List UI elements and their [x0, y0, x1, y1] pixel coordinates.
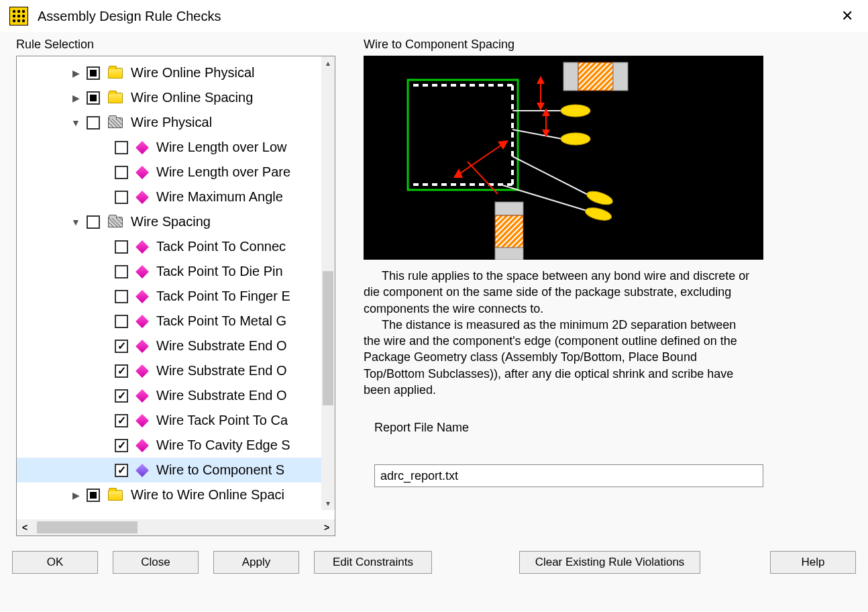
tree-row[interactable]: ▼Wire Spacing — [17, 209, 335, 234]
tree-row[interactable]: Wire Length over Low — [17, 135, 335, 160]
checkbox[interactable] — [87, 116, 100, 130]
tree-item-label: Wire Substrate End O — [156, 388, 287, 403]
svg-point-8 — [17, 19, 20, 22]
checkbox[interactable] — [115, 166, 128, 179]
svg-point-28 — [584, 205, 613, 222]
chevron-down-icon[interactable]: ▼ — [69, 217, 83, 227]
clear-violations-button[interactable]: Clear Existing Rule Violations — [519, 551, 700, 574]
tree-hscrollbar[interactable]: <> — [17, 519, 335, 536]
tree-row[interactable]: ▶Wire Online Spacing — [17, 85, 335, 110]
svg-line-22 — [512, 130, 562, 139]
rule-title: Wire to Component Spacing — [364, 38, 859, 52]
rule-tree: ▶Wire Online Physical▶Wire Online Spacin… — [16, 56, 335, 536]
help-button[interactable]: Help — [770, 551, 856, 574]
tree-row[interactable]: Wire Maximum Angle — [17, 185, 335, 209]
svg-marker-37 — [498, 140, 508, 150]
checkbox[interactable] — [115, 240, 128, 254]
svg-rect-16 — [578, 62, 613, 91]
checkbox[interactable] — [115, 191, 128, 204]
tree-item-label: Tack Point To Metal G — [156, 313, 286, 329]
chevron-right-icon[interactable]: ▶ — [69, 490, 83, 501]
edit-constraints-button[interactable]: Edit Constraints — [314, 551, 432, 574]
folder-open-icon — [108, 117, 123, 128]
checkbox[interactable] — [115, 364, 128, 378]
chevron-down-icon[interactable]: ▼ — [69, 117, 83, 128]
svg-point-6 — [22, 15, 25, 17]
svg-point-4 — [13, 15, 15, 17]
svg-point-1 — [13, 10, 15, 13]
rule-diamond-icon — [135, 364, 149, 378]
checkbox[interactable] — [87, 66, 100, 80]
rule-diagram — [364, 56, 763, 260]
svg-point-5 — [17, 15, 20, 17]
tree-item-label: Wire Spacing — [131, 214, 211, 230]
tree-item-label: Tack Point To Finger E — [156, 289, 290, 304]
rule-diamond-icon — [135, 414, 149, 427]
rule-diamond-icon — [135, 166, 149, 179]
checkbox[interactable] — [115, 414, 128, 427]
rule-diamond-icon — [135, 141, 149, 154]
rule-diamond-icon — [135, 464, 149, 477]
chevron-right-icon[interactable]: ▶ — [69, 93, 83, 103]
tree-row[interactable]: Wire to Component S — [17, 458, 335, 482]
tree-row[interactable]: Tack Point To Connec — [17, 234, 335, 259]
checkbox[interactable] — [115, 290, 128, 303]
tree-row[interactable]: ▶Wire Online Physical — [17, 60, 335, 85]
folder-closed-icon — [108, 68, 123, 79]
folder-closed-icon — [108, 93, 123, 103]
checkbox[interactable] — [87, 489, 100, 502]
svg-rect-17 — [613, 62, 628, 91]
svg-rect-19 — [495, 215, 523, 248]
rule-diamond-icon — [135, 191, 149, 204]
tree-row[interactable]: Wire Substrate End O — [17, 334, 335, 358]
tree-vscrollbar[interactable]: ▴▾ — [321, 56, 335, 510]
svg-rect-15 — [563, 62, 578, 91]
folder-closed-icon — [108, 490, 123, 501]
checkbox[interactable] — [115, 141, 128, 154]
report-filename-input[interactable] — [374, 464, 763, 487]
svg-point-25 — [561, 105, 590, 117]
tree-row[interactable]: Wire Substrate End O — [17, 383, 335, 408]
tree-item-label: Wire Length over Pare — [156, 164, 290, 180]
svg-marker-30 — [537, 76, 545, 84]
checkbox[interactable] — [87, 215, 100, 229]
checkbox[interactable] — [87, 91, 100, 105]
tree-row[interactable]: ▼Wire Physical — [17, 110, 335, 135]
dialog-window: Assembly Design Rule Checks ✕ Rule Selec… — [0, 0, 868, 612]
report-filename-label: Report File Name — [374, 421, 859, 435]
tree-row[interactable]: Wire Substrate End O — [17, 358, 335, 383]
checkbox[interactable] — [115, 315, 128, 328]
tree-item-label: Wire Substrate End O — [156, 363, 287, 378]
tree-row[interactable]: Wire Tack Point To Ca — [17, 408, 335, 433]
tree-row[interactable]: ▶Wire to Wire Online Spaci — [17, 482, 335, 507]
tree-row[interactable]: Wire To Cavity Edge S — [17, 433, 335, 458]
close-icon[interactable]: ✕ — [836, 5, 859, 28]
rule-diamond-icon — [135, 340, 149, 353]
chevron-right-icon[interactable]: ▶ — [69, 68, 83, 79]
svg-point-26 — [561, 133, 590, 145]
svg-point-9 — [22, 19, 25, 22]
rule-diamond-icon — [135, 265, 149, 278]
titlebar: Assembly Design Rule Checks ✕ — [0, 0, 868, 32]
tree-row[interactable]: Tack Point To Metal G — [17, 309, 335, 334]
tree-item-label: Wire Maximum Angle — [156, 189, 283, 205]
tree-item-label: Wire Tack Point To Ca — [156, 413, 288, 428]
svg-marker-31 — [537, 103, 545, 111]
tree-row[interactable]: Tack Point To Die Pin — [17, 259, 335, 284]
ok-button[interactable]: OK — [12, 551, 98, 574]
window-title: Assembly Design Rule Checks — [38, 9, 836, 24]
rule-diamond-icon — [135, 315, 149, 328]
tree-item-label: Wire to Component S — [156, 462, 284, 478]
tree-item-label: Wire Online Physical — [131, 65, 255, 81]
checkbox[interactable] — [115, 265, 128, 278]
svg-rect-18 — [495, 202, 523, 215]
checkbox[interactable] — [115, 464, 128, 477]
checkbox[interactable] — [115, 439, 128, 452]
checkbox[interactable] — [115, 340, 128, 353]
checkbox[interactable] — [115, 389, 128, 403]
tree-item-label: Wire Length over Low — [156, 140, 287, 155]
tree-row[interactable]: Wire Length over Pare — [17, 160, 335, 185]
tree-row[interactable]: Tack Point To Finger E — [17, 284, 335, 309]
close-button[interactable]: Close — [113, 551, 199, 574]
apply-button[interactable]: Apply — [213, 551, 299, 574]
